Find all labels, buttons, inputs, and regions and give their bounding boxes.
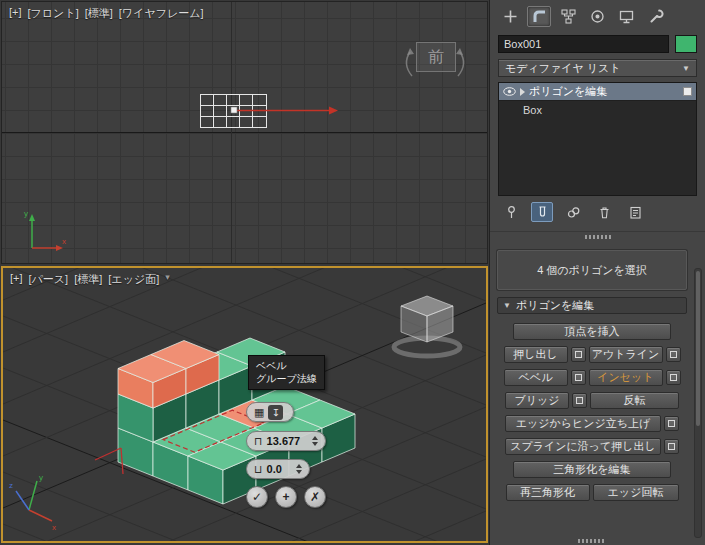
caddy-apply-button[interactable]: + (275, 486, 297, 508)
inset-settings-button[interactable] (666, 370, 681, 385)
expand-arrow-icon[interactable] (520, 88, 525, 96)
edit-triangulation-button[interactable]: 三角形化を編集 (513, 461, 671, 478)
configure-modifier-sets-button[interactable] (624, 202, 646, 222)
display-icon (618, 8, 635, 25)
modifier-list-label: モディファイヤ リスト (505, 61, 621, 76)
pin-stack-button[interactable] (500, 202, 522, 222)
motion-icon (589, 8, 606, 25)
settings-window-icon (668, 443, 675, 450)
front-tripod-x-label: x (62, 237, 66, 246)
extrude-along-spline-button[interactable]: スプラインに沿って押し出し (505, 438, 661, 455)
bevel-outline-control[interactable]: ⊔ 0.0 (246, 459, 310, 479)
front-standard-menu[interactable]: [標準] (85, 6, 113, 21)
viewport-perspective[interactable]: [+] [パース] [標準] [エッジ面] ▾ ベベル グループ法線 ▦ ↧ ⊓… (1, 266, 488, 543)
bevel-settings-button[interactable] (571, 370, 586, 385)
insert-vertex-button[interactable]: 頂点を挿入 (513, 323, 671, 340)
bevel-height-icon: ⊓ (254, 436, 263, 447)
front-general-menu[interactable]: [+] (9, 6, 22, 21)
edit-polygons-rollout-header[interactable]: ▼ ポリゴンを編集 (497, 297, 687, 314)
viewport-front[interactable]: [+] [フロント] [標準] [ワイヤフレーム] 前 y x (1, 1, 488, 264)
extrude-settings-button[interactable] (571, 347, 586, 362)
tab-motion[interactable] (585, 6, 609, 27)
bridge-button[interactable]: ブリッジ (505, 392, 569, 409)
tab-hierarchy[interactable] (556, 6, 580, 27)
make-unique-icon (566, 205, 581, 220)
hinge-from-edge-button[interactable]: エッジからヒンジ立ち上げ (505, 415, 661, 432)
caddy-cancel-button[interactable]: ✗ (304, 486, 326, 508)
command-panel: モディファイヤ リスト ▼ ポリゴンを編集 Box (489, 0, 705, 545)
edit-polygons-buttons: 頂点を挿入 押し出し アウトライン ベベル インセット ブリッジ (497, 314, 687, 501)
hinge-settings-button[interactable] (664, 416, 679, 431)
settings-window-icon (576, 397, 583, 404)
flip-button[interactable]: 反転 (590, 392, 679, 409)
pin-stack-icon (504, 205, 519, 220)
bridge-settings-button[interactable] (572, 393, 587, 408)
utilities-icon (647, 8, 664, 25)
remove-modifier-button[interactable] (593, 202, 615, 222)
panel-scrollbar-handle[interactable] (696, 271, 700, 426)
edit-polygons-rollout: ▼ ポリゴンを編集 頂点を挿入 押し出し アウトライン ベベル インセット (497, 297, 687, 501)
tab-modify[interactable] (527, 6, 551, 27)
extrude-along-spline-settings-button[interactable] (664, 439, 679, 454)
settings-window-icon (575, 374, 582, 381)
panel-separator (490, 231, 705, 232)
make-unique-button[interactable] (562, 202, 584, 222)
dropdown-arrow-icon[interactable]: ▼ (682, 64, 690, 73)
front-viewport-label: [+] [フロント] [標準] [ワイヤフレーム] (9, 6, 204, 21)
tab-utilities[interactable] (643, 6, 667, 27)
panel-scrollbar[interactable] (694, 268, 702, 538)
bevel-type-dropdown-icon[interactable]: ↧ (268, 405, 283, 420)
object-name-row (498, 35, 697, 53)
modifier-stack: ポリゴンを編集 Box (498, 82, 697, 196)
stack-row-edit-poly[interactable]: ポリゴンを編集 (499, 83, 696, 101)
bevel-group-icon[interactable]: ▦ (254, 407, 264, 418)
settings-window-icon (670, 351, 677, 358)
inset-button[interactable]: インセット (589, 369, 663, 386)
object-color-swatch[interactable] (675, 35, 697, 53)
modifier-enable-toggle[interactable] (683, 87, 692, 96)
show-end-result-icon (535, 205, 550, 220)
visibility-eye-icon[interactable] (503, 87, 516, 96)
tab-create[interactable] (498, 6, 522, 27)
configure-sets-icon (628, 205, 643, 220)
rollup-drag-handle[interactable] (585, 235, 611, 239)
stack-base-object-label: Box (523, 104, 542, 116)
object-name-field[interactable] (498, 35, 669, 53)
front-shading-menu[interactable]: [ワイヤフレーム] (119, 6, 204, 21)
show-end-result-button[interactable] (531, 202, 553, 222)
rollout-title: ポリゴンを編集 (516, 298, 594, 313)
front-pov-menu[interactable]: [フロント] (28, 6, 79, 21)
command-panel-tabs (490, 0, 705, 32)
bevel-outline-icon: ⊔ (254, 464, 263, 475)
tab-display[interactable] (614, 6, 638, 27)
outline-button[interactable]: アウトライン (589, 346, 663, 363)
bevel-height-spinner[interactable] (312, 433, 318, 449)
stack-modifier-label: ポリゴンを編集 (529, 84, 607, 99)
extrude-button[interactable]: 押し出し (504, 346, 568, 363)
caddy-ok-button[interactable]: ✓ (246, 486, 268, 508)
bevel-outline-spinner[interactable] (296, 461, 302, 477)
retriangulate-button[interactable]: 再三角形化 (506, 484, 590, 501)
bevel-outline-value[interactable]: 0.0 (267, 463, 282, 475)
settings-window-icon (575, 351, 582, 358)
turn-edge-button[interactable]: エッジ回転 (593, 484, 679, 501)
viewcube-front-face[interactable]: 前 (416, 42, 456, 72)
settings-window-icon (668, 420, 675, 427)
stack-toolbar (490, 196, 705, 226)
modifier-list-dropdown[interactable]: モディファイヤ リスト ▼ (498, 59, 697, 77)
bevel-height-value[interactable]: 13.677 (267, 435, 301, 447)
stack-row-box[interactable]: Box (499, 101, 696, 118)
settings-window-icon (670, 374, 677, 381)
caddy-tooltip: ベベル グループ法線 (248, 355, 325, 390)
create-icon (502, 8, 519, 25)
bevel-type-control[interactable]: ▦ ↧ (246, 402, 294, 422)
bevel-button[interactable]: ベベル (504, 369, 568, 386)
bottom-rollup-handle[interactable] (490, 536, 691, 543)
hierarchy-icon (560, 8, 577, 25)
caddy-tooltip-line2: グループ法線 (256, 372, 317, 385)
outline-settings-button[interactable] (666, 347, 681, 362)
bevel-height-control[interactable]: ⊓ 13.677 (246, 431, 326, 451)
viewcube-front[interactable]: 前 (400, 34, 470, 84)
modify-icon (531, 8, 548, 25)
bevel-caddy: ベベル グループ法線 ▦ ↧ ⊓ 13.677 ⊔ 0.0 ✓ + ✗ (3, 268, 486, 541)
